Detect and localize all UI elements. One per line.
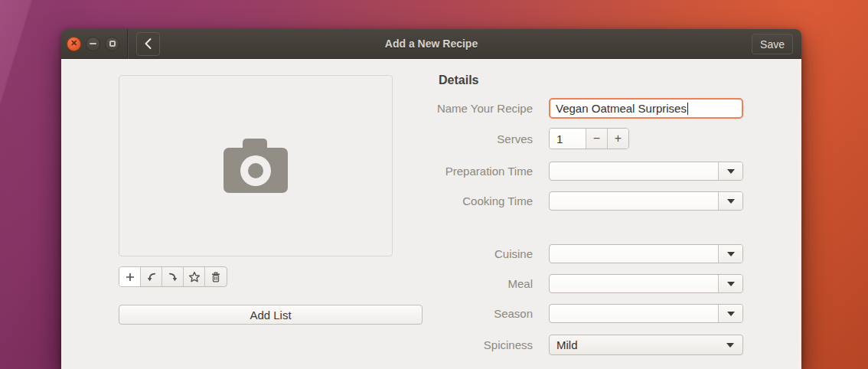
plus-icon: + bbox=[615, 132, 622, 145]
rotate-right-button[interactable] bbox=[162, 267, 184, 286]
recipe-name-value: Vegan Oatmeal Surprises bbox=[556, 102, 687, 115]
season-dropdown[interactable] bbox=[549, 304, 743, 323]
prep-time-row: Preparation Time bbox=[360, 162, 743, 181]
meal-dropdown[interactable] bbox=[549, 274, 743, 293]
serves-increase-button[interactable]: + bbox=[607, 129, 628, 149]
trash-icon bbox=[210, 271, 222, 283]
cuisine-dropdown[interactable] bbox=[549, 244, 743, 263]
close-button[interactable]: ✕ bbox=[67, 37, 81, 51]
season-arrow-button[interactable] bbox=[718, 305, 742, 322]
maximize-button[interactable] bbox=[105, 37, 119, 51]
cooking-time-arrow-button[interactable] bbox=[718, 192, 742, 210]
spiciness-dropdown[interactable]: Mild bbox=[549, 335, 743, 355]
cuisine-label: Cuisine bbox=[360, 247, 533, 260]
close-icon: ✕ bbox=[70, 39, 77, 47]
serves-label: Serves bbox=[360, 132, 533, 145]
chevron-down-icon bbox=[727, 282, 735, 286]
season-label: Season bbox=[360, 307, 533, 320]
season-row: Season bbox=[360, 304, 743, 323]
chevron-down-icon bbox=[727, 252, 735, 256]
titlebar: ✕ Add a New Recipe Save bbox=[61, 29, 801, 59]
serves-value[interactable]: 1 bbox=[550, 129, 586, 149]
titlebar-separator bbox=[127, 29, 128, 59]
rotate-right-icon bbox=[167, 271, 179, 283]
cuisine-row: Cuisine bbox=[360, 244, 743, 263]
spiciness-label: Spiciness bbox=[360, 338, 533, 351]
prep-time-label: Preparation Time bbox=[360, 165, 533, 178]
recipes-app-window: ✕ Add a New Recipe Save bbox=[61, 29, 801, 369]
chevron-left-icon bbox=[144, 38, 153, 50]
remove-image-button[interactable] bbox=[205, 267, 227, 286]
chevron-down-icon bbox=[727, 199, 735, 204]
minimize-icon bbox=[90, 43, 96, 44]
minimize-button[interactable] bbox=[86, 37, 100, 51]
name-label: Name Your Recipe bbox=[360, 102, 533, 115]
minus-icon: − bbox=[593, 132, 600, 145]
serves-spinbutton: 1 − + bbox=[549, 128, 629, 149]
cooking-time-row: Cooking Time bbox=[360, 191, 743, 211]
meal-arrow-button[interactable] bbox=[718, 275, 742, 292]
prep-time-dropdown[interactable] bbox=[549, 162, 743, 181]
rotate-left-button[interactable] bbox=[141, 267, 162, 286]
plus-icon bbox=[124, 271, 136, 283]
text-caret bbox=[687, 103, 688, 115]
default-image-button[interactable] bbox=[184, 267, 205, 286]
name-row: Name Your Recipe Vegan Oatmeal Surprises bbox=[360, 97, 743, 119]
chevron-down-icon bbox=[727, 169, 735, 174]
cooking-time-label: Cooking Time bbox=[360, 194, 533, 207]
image-toolbar bbox=[119, 266, 227, 287]
rotate-left-icon bbox=[145, 271, 158, 283]
prep-time-arrow-button[interactable] bbox=[718, 162, 742, 180]
cooking-time-dropdown[interactable] bbox=[549, 191, 743, 211]
serves-decrease-button[interactable]: − bbox=[586, 129, 607, 149]
recipe-name-input[interactable]: Vegan Oatmeal Surprises bbox=[549, 98, 743, 119]
meal-label: Meal bbox=[360, 277, 533, 290]
recipe-photo-dropzone[interactable] bbox=[119, 75, 393, 256]
back-button[interactable] bbox=[136, 32, 160, 56]
star-icon bbox=[188, 271, 201, 283]
spiciness-row: Spiciness Mild bbox=[360, 335, 743, 355]
serves-row: Serves 1 − + bbox=[360, 128, 629, 149]
save-button[interactable]: Save bbox=[752, 34, 793, 54]
window-title: Add a New Recipe bbox=[61, 38, 801, 50]
camera-icon bbox=[224, 139, 288, 194]
chevron-down-icon bbox=[727, 312, 735, 316]
chevron-down-icon bbox=[726, 343, 734, 348]
window-content: Add List Details Name Your Recipe Vegan … bbox=[61, 59, 801, 369]
spiciness-value: Mild bbox=[556, 338, 578, 351]
maximize-icon bbox=[109, 41, 116, 47]
meal-row: Meal bbox=[360, 274, 743, 293]
add-image-button[interactable] bbox=[119, 267, 141, 286]
details-heading: Details bbox=[439, 73, 478, 87]
cuisine-arrow-button[interactable] bbox=[718, 245, 742, 263]
